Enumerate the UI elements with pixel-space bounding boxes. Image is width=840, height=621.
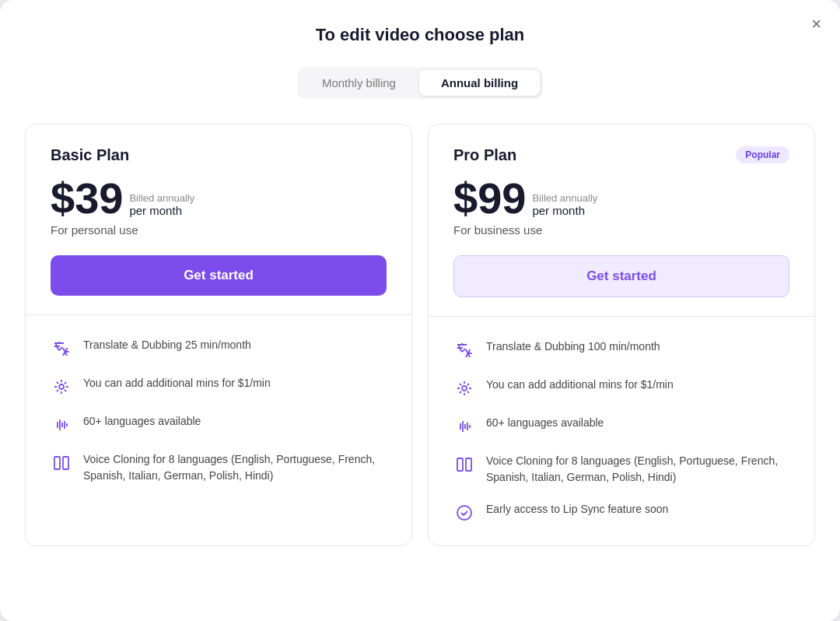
monthly-billing-button[interactable]: Monthly billing xyxy=(300,70,418,96)
basic-plan-top: Basic Plan $39 Billed annually per month… xyxy=(26,125,411,315)
list-item: You can add additional mins for $1/min xyxy=(453,377,789,399)
svg-point-0 xyxy=(59,384,64,389)
svg-rect-8 xyxy=(63,457,68,469)
pro-plan-top: Pro Plan Popular $99 Billed annually per… xyxy=(429,125,814,317)
close-button[interactable]: × xyxy=(811,16,821,33)
pro-price-row: $99 Billed annually per month xyxy=(453,177,789,220)
list-item: Early access to Lip Sync feature soon xyxy=(453,501,789,524)
pro-feature-translate: Translate & Dubbing 100 min/month xyxy=(486,339,660,355)
pro-tagline: For business use xyxy=(453,223,789,237)
voice-clone-icon xyxy=(51,452,72,474)
basic-tagline: For personal use xyxy=(51,223,387,237)
pro-plan-name: Pro Plan xyxy=(453,146,516,164)
pro-plan-header: Pro Plan Popular xyxy=(453,146,789,164)
basic-billed-text: Billed annually xyxy=(129,192,194,204)
pro-feature-addmins: You can add additional mins for $1/min xyxy=(486,377,674,393)
waveform-icon xyxy=(51,414,72,436)
list-item: Voice Cloning for 8 languages (English, … xyxy=(51,451,387,484)
plans-container: Basic Plan $39 Billed annually per month… xyxy=(19,124,821,546)
pro-price-details: Billed annually per month xyxy=(532,192,597,220)
sparkle-icon xyxy=(453,377,475,399)
svg-rect-7 xyxy=(54,457,60,469)
list-item: 60+ languages available xyxy=(453,415,789,437)
basic-feature-addmins: You can add additional mins for $1/min xyxy=(83,375,271,391)
basic-feature-languages: 60+ languages available xyxy=(83,413,201,430)
pro-feature-lipsync: Early access to Lip Sync feature soon xyxy=(486,501,668,518)
basic-get-started-button[interactable]: Get started xyxy=(51,255,387,296)
basic-price-row: $39 Billed annually per month xyxy=(51,177,387,220)
list-item: You can add additional mins for $1/min xyxy=(51,375,387,398)
popular-badge: Popular xyxy=(736,146,789,163)
pro-get-started-button[interactable]: Get started xyxy=(453,255,789,297)
basic-feature-voiceclone: Voice Cloning for 8 languages (English, … xyxy=(83,451,387,484)
svg-rect-17 xyxy=(466,458,471,471)
voice-clone-icon xyxy=(453,454,475,475)
basic-price: $39 xyxy=(51,177,123,220)
basic-price-details: Billed annually per month xyxy=(129,192,194,220)
translate-icon xyxy=(51,338,72,360)
list-item: Translate & Dubbing 25 min/month xyxy=(51,337,387,360)
pro-per-month: per month xyxy=(532,204,597,217)
modal-title: To edit video choose plan xyxy=(19,25,821,45)
basic-features: Translate & Dubbing 25 min/month You can… xyxy=(26,315,411,506)
basic-feature-translate: Translate & Dubbing 25 min/month xyxy=(83,337,251,353)
pro-feature-languages: 60+ languages available xyxy=(486,415,604,431)
basic-per-month: per month xyxy=(129,204,194,217)
check-circle-icon xyxy=(453,502,475,524)
svg-point-9 xyxy=(462,386,467,391)
sparkle-icon xyxy=(51,376,72,398)
basic-plan-name: Basic Plan xyxy=(51,146,129,164)
svg-point-18 xyxy=(457,506,471,520)
pro-price: $99 xyxy=(453,177,526,220)
pro-features: Translate & Dubbing 100 min/month You ca… xyxy=(429,317,814,546)
waveform-icon xyxy=(453,416,475,437)
list-item: 60+ languages available xyxy=(51,413,387,436)
basic-plan-card: Basic Plan $39 Billed annually per month… xyxy=(25,124,412,546)
basic-plan-header: Basic Plan xyxy=(51,146,387,164)
pricing-modal: × To edit video choose plan Monthly bill… xyxy=(0,0,840,621)
pro-feature-voiceclone: Voice Cloning for 8 languages (English, … xyxy=(486,453,789,486)
list-item: Voice Cloning for 8 languages (English, … xyxy=(453,453,789,486)
pro-billed-text: Billed annually xyxy=(532,192,597,204)
translate-icon xyxy=(453,339,475,361)
pro-plan-card: Pro Plan Popular $99 Billed annually per… xyxy=(428,124,815,546)
list-item: Translate & Dubbing 100 min/month xyxy=(453,339,789,361)
billing-toggle: Monthly billing Annual billing xyxy=(19,67,821,99)
annual-billing-button[interactable]: Annual billing xyxy=(419,70,540,96)
svg-rect-16 xyxy=(457,458,463,471)
